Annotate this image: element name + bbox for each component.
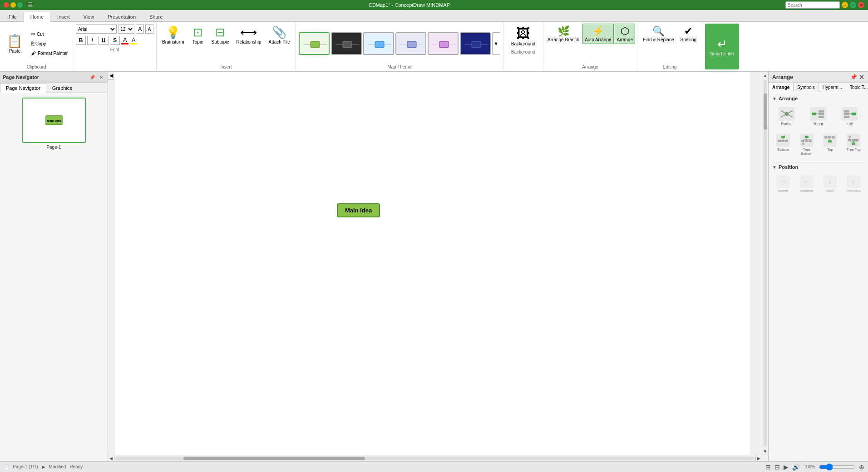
- arrange-branch-button[interactable]: 🌿 Arrange Branch: [545, 24, 582, 44]
- theme-5-button[interactable]: [428, 32, 459, 55]
- minimize-button[interactable]: ─: [842, 2, 848, 8]
- highlight-color-button[interactable]: A: [130, 37, 137, 44]
- status-page-info[interactable]: 📄: [4, 464, 9, 469]
- status-icon-1[interactable]: ⊞: [765, 463, 771, 471]
- horizontal-scroll-track: [115, 457, 755, 460]
- find-replace-button[interactable]: 🔍 Find & Replace: [640, 24, 676, 44]
- svg-rect-55: [805, 140, 808, 142]
- arrange-tree-top-button[interactable]: Tree Top: [843, 132, 864, 157]
- dot-yellow[interactable]: [10, 2, 16, 8]
- ap-tab-symbols[interactable]: Symbols: [794, 83, 819, 92]
- smart-enter-button[interactable]: ↵ Smart Enter: [705, 24, 739, 69]
- theme-2-button[interactable]: [331, 32, 362, 55]
- tab-file[interactable]: File: [2, 12, 24, 21]
- status-icon-4[interactable]: ⊕: [859, 463, 864, 471]
- previous-button[interactable]: ↑ Previous: [843, 173, 864, 195]
- bold-button[interactable]: B: [76, 36, 86, 45]
- arrange-section-header[interactable]: ▼ Arrange: [772, 96, 864, 101]
- paste-button[interactable]: 📋 Paste: [3, 24, 27, 64]
- top-icon: [823, 134, 837, 147]
- page-navigator-tabs: Page Navigator Graphics: [0, 83, 108, 93]
- brainstorm-button[interactable]: 💡 Brainstorm: [159, 24, 187, 46]
- restore-button[interactable]: □: [850, 2, 856, 8]
- tab-presentation[interactable]: Presentation: [101, 12, 143, 21]
- tab-view[interactable]: View: [77, 12, 101, 21]
- underline-button[interactable]: U: [99, 36, 108, 45]
- strikethrough-button[interactable]: S: [110, 36, 120, 45]
- theme-3-button[interactable]: [363, 32, 394, 55]
- status-icon-2[interactable]: ⊟: [774, 463, 780, 471]
- ap-tab-topic-title[interactable]: Topic T...: [846, 83, 868, 92]
- arrange-radial-button[interactable]: Radial: [772, 105, 801, 128]
- arrange-panel-pin-button[interactable]: 📌: [850, 74, 857, 80]
- svg-point-33: [791, 110, 793, 112]
- map-theme-arrow-button[interactable]: ▼: [492, 32, 500, 55]
- status-zoom-label: 100%: [804, 464, 815, 469]
- scroll-down-arrow[interactable]: ▼: [762, 447, 769, 455]
- font-size-decrease-button[interactable]: A: [145, 25, 153, 34]
- pn-tab-page-navigator[interactable]: Page Navigator: [0, 83, 46, 93]
- tab-home[interactable]: Home: [24, 12, 50, 22]
- relationship-button[interactable]: ⟷ Relationship: [233, 24, 264, 46]
- copy-button[interactable]: ⎘ Copy: [29, 39, 70, 48]
- horizontal-scroll-thumb[interactable]: [183, 457, 365, 460]
- font-color-button[interactable]: A: [121, 37, 128, 44]
- app-menu-icon[interactable]: ☰: [27, 1, 33, 9]
- position-section-title: Position: [779, 164, 798, 170]
- italic-button[interactable]: I: [87, 36, 97, 45]
- search-input[interactable]: [785, 1, 840, 9]
- format-painter-button[interactable]: 🖌 Format Painter: [29, 49, 70, 57]
- scroll-right-arrow[interactable]: ▶: [755, 455, 762, 461]
- font-family-select[interactable]: Arial Times New Roman Calibri: [76, 25, 117, 34]
- outdent-button[interactable]: ← Outdent: [796, 173, 818, 195]
- subtopic-button[interactable]: ⊟ Subtopic: [209, 24, 232, 46]
- theme-4-button[interactable]: [395, 32, 426, 55]
- spelling-button[interactable]: ✔ Spelling: [677, 24, 699, 44]
- theme-6-button[interactable]: [460, 32, 491, 55]
- ap-tab-arrange[interactable]: Arrange: [769, 83, 794, 92]
- theme-1-button[interactable]: [299, 32, 330, 55]
- canvas-left-collapse-button[interactable]: ◀: [108, 72, 114, 80]
- canvas-scroll-area[interactable]: Main Idea: [114, 72, 762, 455]
- scroll-left-arrow[interactable]: ◀: [108, 455, 114, 461]
- tab-share[interactable]: Share: [143, 12, 169, 21]
- vertical-scroll-thumb[interactable]: [764, 93, 767, 130]
- zoom-slider[interactable]: [819, 463, 855, 471]
- arrange-left-button[interactable]: Left: [835, 105, 864, 128]
- dot-green[interactable]: [17, 2, 23, 8]
- page-navigator-pin-button[interactable]: 📌: [89, 74, 96, 81]
- status-play-button[interactable]: ▶: [784, 463, 789, 471]
- attach-file-button[interactable]: 📎 Attach File: [266, 24, 292, 46]
- scroll-up-arrow[interactable]: ▲: [762, 72, 769, 79]
- ribbon: 📋 Paste ✂ Cut ⎘ Copy 🖌 Format Painter Cl…: [0, 22, 868, 72]
- font-size-select[interactable]: 12 10 14 16: [118, 25, 134, 34]
- pn-tab-graphics[interactable]: Graphics: [46, 83, 78, 93]
- cut-button[interactable]: ✂ Cut: [29, 30, 70, 38]
- arrange-right-button[interactable]: Right: [804, 105, 833, 128]
- arrange-button[interactable]: ⬡ Arrange: [615, 24, 636, 44]
- ap-tab-hyperlinks[interactable]: Hyperm...: [819, 83, 846, 92]
- arrange-bottom-button[interactable]: Bottom: [772, 132, 794, 157]
- font-size-increase-button[interactable]: A: [136, 25, 144, 34]
- tab-insert[interactable]: Insert: [50, 12, 77, 21]
- dot-red[interactable]: [4, 2, 9, 8]
- page-thumb-1[interactable]: Main Idea Page-1: [22, 98, 86, 150]
- main-idea-node[interactable]: Main Idea: [337, 203, 380, 217]
- background-button[interactable]: 🖼 Background: [507, 24, 539, 49]
- page-navigator-close-button[interactable]: ✕: [98, 74, 105, 81]
- status-forward-arrow[interactable]: ▶: [42, 464, 45, 469]
- next-button[interactable]: ↓ Next: [819, 173, 841, 195]
- auto-arrange-button[interactable]: ⚡ Auto Arrange: [582, 24, 613, 44]
- indent-button[interactable]: → Indent: [772, 173, 794, 195]
- arrange-panel-close-button[interactable]: ✕: [859, 74, 864, 81]
- arrange-top-button[interactable]: Top: [819, 132, 841, 157]
- arrange-ribbon-group-label: Arrange: [545, 64, 635, 69]
- position-section-header[interactable]: ▼ Position: [772, 164, 864, 170]
- topic-button[interactable]: ⊡ Topic: [189, 24, 207, 46]
- status-icon-3[interactable]: 🔊: [792, 463, 800, 471]
- arrange-tree-bottom-button[interactable]: Tree Bottom: [796, 132, 818, 157]
- next-icon: ↓: [823, 175, 837, 188]
- insert-group-label: Insert: [159, 64, 293, 69]
- left-icon: [842, 107, 858, 121]
- close-button[interactable]: ✕: [858, 2, 864, 8]
